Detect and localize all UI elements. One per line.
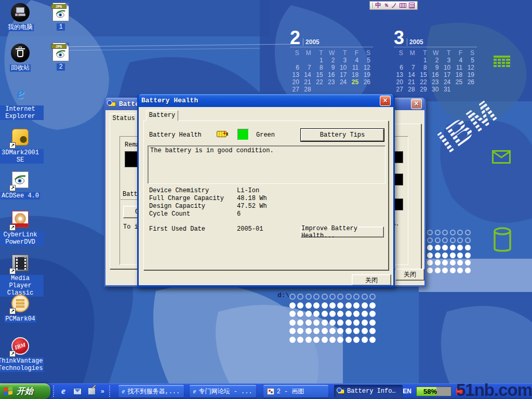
desktop-icon-3dmark2001[interactable]: ↗ 3DMark2001 SE	[0, 128, 44, 164]
shortcut-arrow-icon: ↗	[9, 224, 16, 231]
tab-status[interactable]: Status	[110, 113, 138, 124]
wallpaper-dot	[362, 302, 368, 309]
dot-grid-bottom	[289, 294, 383, 351]
wallpaper-dot	[442, 230, 448, 235]
field-label: Cycle Count	[149, 210, 190, 218]
desktop-icon-powerdvd[interactable]: ↗ CyberLink PowerDVD	[0, 210, 44, 246]
battery-health-titlebar[interactable]: Battery Health ×	[139, 94, 393, 107]
calendar-day: 7	[406, 64, 418, 71]
wallpaper-dot	[427, 260, 433, 265]
wallpaper-dot	[305, 320, 312, 326]
my-computer-icon	[11, 3, 30, 22]
wallpaper-dot	[457, 245, 463, 250]
wallpaper-dot	[450, 252, 456, 258]
improve-battery-health-button[interactable]: Improve Battery Health...	[301, 227, 384, 237]
calendar-day: 5	[361, 57, 373, 64]
wallpaper-dot	[313, 337, 320, 343]
task-button-battery-information[interactable]: Battery Infor...	[334, 385, 403, 397]
calendar-day: 18	[453, 71, 465, 78]
calendar-day: 27	[290, 86, 302, 93]
ime-grip-icon[interactable]	[371, 3, 373, 8]
wallpaper-dot	[442, 260, 448, 265]
quick-launch-show-desktop-icon[interactable]	[87, 387, 96, 396]
field-label: Device Chemistry	[149, 187, 209, 194]
ime-language-bar[interactable]: 中 ％ ノ	[369, 1, 418, 10]
quick-launch-outlook-icon[interactable]	[73, 387, 82, 396]
calendar-day	[349, 86, 361, 93]
wallpaper-dot	[329, 302, 336, 309]
task-button-forum[interactable]: e 专门网论坛 - ...	[190, 385, 256, 397]
start-button[interactable]: 开始	[0, 383, 50, 399]
ime-punctuation-icon[interactable]: ノ	[391, 2, 397, 9]
desktop-file-jpg-1[interactable]: JPG 1	[46, 3, 75, 31]
calendar-days: 1234567891011121314151617181920212223242…	[394, 57, 477, 93]
wallpaper-dot	[345, 337, 352, 343]
wallpaper-dot	[289, 320, 296, 326]
desktop-icon-recycle-bin[interactable]: 回收站	[0, 44, 44, 72]
wallpaper-dot	[442, 268, 448, 273]
desktop-icon-media-player-classic[interactable]: ↗ Media Player Classic	[0, 254, 44, 297]
desktop-icon-pcmark04[interactable]: ↗ PCMark04	[0, 294, 44, 323]
calendar-day: 2	[430, 57, 442, 64]
calendar-day	[361, 86, 373, 93]
wallpaper-dot	[289, 328, 296, 334]
calendar-day: 25	[453, 78, 465, 86]
wallpaper-dot	[353, 294, 360, 300]
calendar-day: 24	[337, 78, 349, 86]
desktop-icon-my-computer[interactable]: 我的电脑	[0, 3, 44, 31]
calendar-day	[302, 57, 314, 64]
condition-textbox[interactable]: The battery is in good condition.	[148, 145, 385, 184]
wallpaper-dot	[369, 328, 376, 334]
ime-softkeyboard-icon[interactable]	[400, 3, 406, 8]
calendar-day: 14	[302, 71, 314, 78]
quick-launch-ie-icon[interactable]: e	[59, 387, 68, 396]
calendar-day-header: S	[394, 49, 406, 57]
cylinder-icon	[493, 227, 512, 256]
battery-tips-button[interactable]: Battery Tips	[301, 129, 384, 141]
calendar-day-header: F	[453, 49, 465, 57]
calendar-day: 14	[406, 71, 418, 78]
wallpaper-dot	[305, 294, 312, 300]
wallpaper-dot	[465, 252, 471, 258]
divider	[121, 200, 139, 201]
calendar-day: 22	[418, 78, 430, 86]
calendar-day-header: T	[441, 49, 453, 57]
task-button-paint[interactable]: 2 - 画图	[263, 385, 328, 397]
close-button-background[interactable]: 关闭	[395, 269, 424, 281]
wallpaper-dot	[345, 302, 352, 309]
wallpaper-dot	[362, 320, 368, 326]
wallpaper-dot	[289, 294, 296, 300]
wallpaper-dot	[450, 237, 456, 243]
close-button[interactable]: 关闭	[352, 274, 391, 285]
grid-icon	[494, 56, 510, 72]
calendar-day: 15	[418, 71, 430, 78]
desktop-icon-internet-explorer[interactable]: e Internet Explorer	[0, 84, 44, 120]
desktop-file-jpg-2[interactable]: JPG 2	[46, 43, 75, 71]
tray-battery-meter[interactable]: 58%	[416, 387, 451, 396]
desktop-icon-acdsee[interactable]: ↗ ACDSee 4.0	[0, 170, 44, 200]
wallpaper-dot	[345, 320, 352, 326]
close-icon[interactable]: ×	[380, 96, 391, 106]
calendar-day-header: W	[430, 49, 442, 57]
language-indicator[interactable]: EN	[403, 388, 411, 395]
calendar-year: 2005	[407, 38, 423, 46]
close-icon[interactable]: ×	[411, 99, 422, 109]
calendar-day: 18	[349, 71, 361, 78]
ime-menu-icon[interactable]	[409, 3, 415, 8]
wallpaper-dot	[457, 260, 463, 265]
ie-icon: e	[122, 387, 125, 395]
calendar-day	[394, 57, 406, 64]
tab-battery[interactable]: Battery	[146, 110, 178, 121]
calendar-day: 23	[430, 78, 442, 86]
quick-launch-overflow-chevron[interactable]: »	[101, 388, 104, 395]
desktop-icon-thinkvantage[interactable]: IBM ↗ ThinkVantage Technologies	[0, 337, 44, 372]
calendar-day: 21	[406, 78, 418, 86]
task-button-server-not-found[interactable]: e 找不到服务器,...	[118, 385, 184, 397]
ime-mode-icon[interactable]: 中	[375, 2, 381, 9]
calendar-day: 6	[290, 64, 302, 71]
calendar-day: 8	[418, 64, 430, 71]
wallpaper-dot	[322, 337, 328, 343]
calendar-day: 26	[465, 78, 477, 86]
ime-fullwidth-icon[interactable]: ％	[384, 2, 389, 9]
calendar-day	[337, 86, 349, 93]
